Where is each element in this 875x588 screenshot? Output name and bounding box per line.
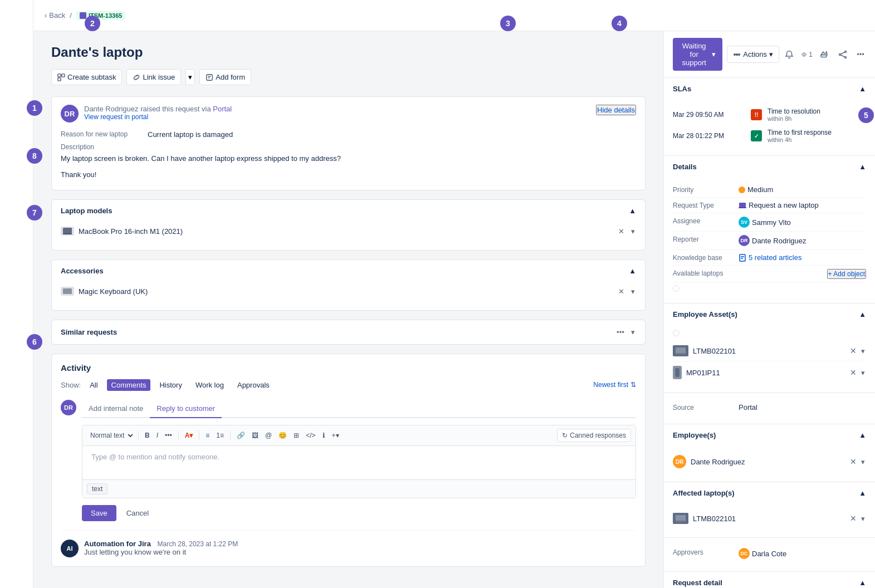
employees-header[interactable]: Employee(s) ▲	[664, 424, 875, 446]
slas-header[interactable]: SLAs ▲	[664, 78, 875, 100]
right-icons: 1 •••	[784, 49, 866, 60]
asset-unlink-1[interactable]: ✕	[849, 345, 858, 356]
similar-expand-button[interactable]: ▾	[630, 327, 636, 337]
details-body: Priority Medium Request Type Request a n…	[664, 178, 875, 303]
share-icon[interactable]	[837, 49, 848, 60]
italic-button[interactable]: I	[154, 430, 161, 441]
asset-unlink-2[interactable]: ✕	[849, 367, 858, 378]
actions-label: Actions	[743, 50, 767, 58]
affected-laptop-name-1: LTMB022101	[693, 514, 736, 523]
link-issue-dropdown[interactable]: ▾	[185, 69, 195, 85]
step-4-indicator: 4	[612, 16, 627, 31]
more-icon[interactable]: •••	[855, 49, 866, 60]
activity-section: Activity Show: All Comments History Work…	[51, 354, 646, 567]
canned-responses-button[interactable]: ↻ Canned responses	[557, 429, 631, 442]
status-button[interactable]: Waiting for support ▾	[673, 38, 722, 71]
tab-internal-note[interactable]: Add internal note	[82, 400, 150, 418]
watch-icon[interactable]: 1	[801, 49, 813, 60]
sla-sub-1: within 8h	[768, 115, 820, 122]
text-style-select[interactable]: Normal text Heading 1 Heading 2	[87, 430, 135, 441]
employee-assets-header[interactable]: Employee Asset(s) ▲	[664, 303, 875, 325]
affected-laptop-unlink-1[interactable]: ✕	[849, 513, 858, 524]
details-chevron: ▲	[859, 163, 866, 171]
reporter-val: DR Dante Rodriguez	[739, 235, 806, 246]
laptop-expand-button[interactable]: ▾	[630, 226, 636, 237]
image-button[interactable]: 🖼	[249, 430, 261, 441]
more-options-button[interactable]: +▾	[329, 430, 342, 441]
cancel-button[interactable]: Cancel	[121, 505, 154, 521]
knowledge-base-articles: 5 related articles	[749, 253, 801, 262]
actions-button[interactable]: Actions ▾	[727, 46, 779, 63]
accessories-chevron: ▲	[629, 267, 636, 275]
emoji-button[interactable]: 😊	[276, 430, 290, 441]
text-color-button[interactable]: A▾	[182, 430, 196, 441]
assignee-avatar: SV	[739, 217, 750, 228]
affected-laptops-body: LTMB022101 ✕ ▾	[664, 504, 875, 537]
filter-comments[interactable]: Comments	[107, 379, 151, 391]
portal-link-inline[interactable]: Portal	[213, 105, 232, 113]
hide-details-button[interactable]: Hide details	[596, 105, 636, 115]
link-button[interactable]: 🔗	[234, 430, 248, 441]
code-button[interactable]: </>	[303, 430, 318, 441]
employee-assets-chevron: ▲	[859, 310, 866, 318]
like-icon[interactable]	[819, 49, 830, 60]
priority-icon	[739, 187, 745, 193]
bell-icon[interactable]	[784, 49, 795, 60]
accessory-unlink-button[interactable]: ✕	[617, 286, 625, 297]
editor-toolbar: Normal text Heading 1 Heading 2 B I •••	[82, 425, 636, 446]
asset-expand-1[interactable]: ▾	[860, 346, 866, 356]
employee-expand-1[interactable]: ▾	[860, 457, 866, 467]
request-detail-header[interactable]: Request detail ▲	[664, 572, 875, 588]
add-form-button[interactable]: Add form	[199, 69, 251, 85]
filter-approvals[interactable]: Approvals	[233, 379, 274, 391]
svg-rect-25	[675, 353, 686, 355]
filter-history[interactable]: History	[155, 379, 186, 391]
approvers-key: Approvers	[673, 548, 734, 556]
laptop-models-header[interactable]: Laptop models ▲	[52, 200, 645, 222]
newest-first-btn[interactable]: Newest first ⇅	[593, 381, 636, 389]
add-form-label: Add form	[216, 73, 245, 81]
slas-body: Mar 29 09:50 AM !! Time to resolution wi…	[664, 100, 875, 155]
affected-laptop-expand-1[interactable]: ▾	[860, 513, 866, 524]
sla-info-2: Time to first response within 4h	[768, 129, 832, 143]
more-text-button[interactable]: •••	[162, 430, 175, 441]
action-bar: Create subtask Link issue ▾ Add form	[51, 69, 646, 85]
create-subtask-button[interactable]: Create subtask	[51, 69, 122, 85]
affected-laptop-icon-1	[673, 513, 688, 524]
details-section: Details ▲ Priority Medium Request Ty	[664, 156, 875, 303]
employees-body: DR Dante Rodriguez ✕ ▾	[664, 446, 875, 482]
back-button[interactable]: ‹ Back	[45, 11, 65, 19]
mention-button[interactable]: @	[262, 430, 275, 441]
filter-worklog[interactable]: Work log	[191, 379, 228, 391]
employee-row-1: DR Dante Rodriguez ✕ ▾	[673, 450, 866, 473]
tab-reply-customer[interactable]: Reply to customer	[150, 400, 222, 418]
details-header[interactable]: Details ▲	[664, 156, 875, 178]
request-type-row: Request Type Request a new laptop	[673, 198, 866, 213]
empty-circle	[673, 285, 680, 292]
affected-laptops-header[interactable]: Affected laptop(s) ▲	[664, 482, 875, 504]
filter-all[interactable]: All	[85, 379, 102, 391]
save-button[interactable]: Save	[82, 505, 116, 521]
info-button[interactable]: ℹ	[320, 430, 328, 441]
reporter-row: Reporter DR Dante Rodriguez	[673, 232, 866, 250]
svg-point-11	[739, 53, 740, 55]
svg-point-15	[845, 56, 847, 58]
link-issue-button[interactable]: Link issue	[126, 69, 181, 85]
editor-area[interactable]: Type @ to mention and notify someone.	[82, 446, 636, 479]
asset-expand-2[interactable]: ▾	[860, 367, 866, 378]
available-laptops-key: Available laptops	[673, 269, 734, 277]
bullet-list-button[interactable]: ≡	[203, 430, 212, 441]
bold-button[interactable]: B	[142, 430, 153, 441]
add-object-button[interactable]: + Add object	[827, 269, 866, 279]
view-request-link[interactable]: View request in portal	[84, 113, 232, 121]
knowledge-base-key: Knowledge base	[673, 253, 734, 262]
knowledge-base-val[interactable]: 5 related articles	[739, 253, 801, 262]
similar-more-button[interactable]: •••	[615, 327, 625, 337]
svg-rect-8	[63, 288, 72, 294]
table-button[interactable]: ⊞	[291, 430, 302, 441]
accessory-expand-button[interactable]: ▾	[630, 286, 636, 297]
numbered-list-button[interactable]: 1≡	[213, 430, 227, 441]
accessories-header[interactable]: Accessories ▲	[52, 260, 645, 282]
laptop-unlink-button[interactable]: ✕	[617, 226, 625, 237]
employee-unlink-1[interactable]: ✕	[849, 456, 858, 467]
